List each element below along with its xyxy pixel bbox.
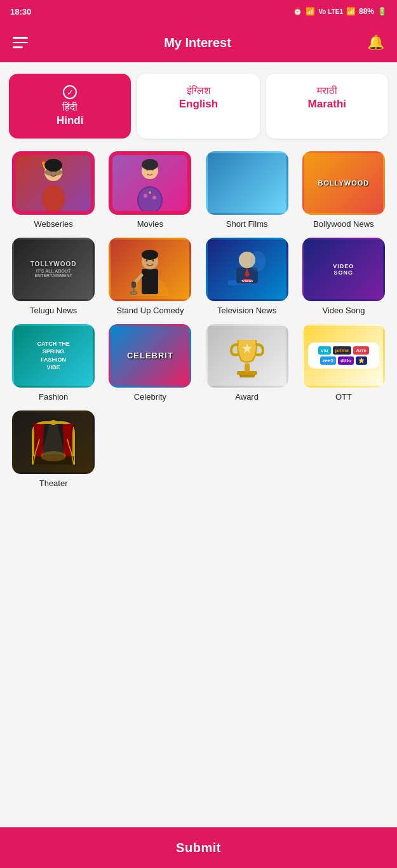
interest-award[interactable]: Award [203,324,292,403]
ott-thumb: viu prime Arre zee5 ditto ⭐ [302,324,385,388]
status-icons: ⏰ 📶 Vo LTE1 📶 88% 🔋 [293,7,387,16]
interest-bollywood[interactable]: BOLLYWOOD Bollywood News [299,151,388,230]
battery-level: 88% [359,7,374,16]
lang-card-marathi[interactable]: मराठी Marathi [266,74,388,139]
svg-rect-22 [142,269,158,294]
ditto-logo: ditto [338,356,354,365]
svg-point-16 [149,191,151,194]
svg-point-2 [42,185,65,212]
interest-theater[interactable]: Theater [9,410,98,489]
notification-bell-icon[interactable]: 🔔 [367,34,384,51]
bottom-spacer [0,496,397,546]
award-trophy-image [228,330,266,381]
language-selector: ✓ हिंदी Hindi इंग्लिश English मराठी Mara… [0,62,397,145]
videosong-thumb: VIDEOSONG [302,238,385,301]
award-label: Award [235,392,259,403]
english-native-label: इंग्लिश [145,85,252,97]
interest-webseries[interactable]: Webseries [9,151,98,230]
submit-button[interactable]: Submit [176,841,221,855]
telugu-label: Telugu News [30,306,77,316]
marathi-native-label: मराठी [274,85,380,97]
menu-button[interactable] [13,37,28,48]
svg-point-15 [152,196,156,200]
movies-thumb [109,151,191,215]
interest-tvnews[interactable]: TV NEWS Television News [203,238,292,316]
shortfilms-label: Short Films [226,219,268,230]
zee5-logo: zee5 [320,356,336,365]
tvnews-label: Television News [217,306,276,316]
svg-point-9 [44,168,62,176]
celebrity-label: Celebrity [134,392,166,403]
movies-label: Movies [137,219,163,230]
tvnews-thumb: TV NEWS [206,238,288,301]
prime-logo: prime [333,346,352,355]
viu-logo: viu [318,346,331,355]
svg-point-26 [152,260,154,262]
hindi-native-label: हिंदी [17,102,123,113]
interest-videosong[interactable]: VIDEOSONG Video Song [299,238,388,316]
hindi-english-label: Hindi [17,114,123,127]
interest-movies[interactable]: Movies [105,151,194,230]
arre-logo: Arre [353,346,368,355]
fashion-thumb: CATCH THESPRINGFASHIONVIBE [12,324,95,388]
shortfilms-thumb [206,151,288,215]
bollywood-text: BOLLYWOOD [318,179,370,187]
interest-grid: Webseries [9,151,388,489]
standup-label: Stand Up Comedy [116,306,184,316]
status-bar: 18:30 ⏰ 📶 Vo LTE1 📶 88% 🔋 [0,0,397,23]
svg-point-25 [146,260,148,262]
marathi-english-label: Marathi [274,98,380,111]
telugu-thumb: TOLLYWOOD IT'S ALL ABOUT ENTERTAINMENT [12,238,95,301]
theater-label: Theater [39,478,68,489]
interest-fashion[interactable]: CATCH THESPRINGFASHIONVIBE Fashion [9,324,98,403]
celeb-text: CELEBRIT [127,351,173,360]
webseries-image [30,154,77,212]
fashion-label: Fashion [39,392,68,403]
lang-card-hindi[interactable]: ✓ हिंदी Hindi [9,74,131,139]
svg-point-39 [250,251,266,271]
videosong-text: VIDEOSONG [333,263,354,276]
fashion-text: CATCH THESPRINGFASHIONVIBE [37,340,69,372]
interest-telugu[interactable]: TOLLYWOOD IT'S ALL ABOUT ENTERTAINMENT T… [9,238,98,316]
battery-icon: 🔋 [377,7,387,16]
interests-section: Webseries [0,145,397,496]
svg-text:TV NEWS: TV NEWS [241,280,253,283]
movies-image [126,154,174,212]
ott-label: OTT [335,392,352,403]
bollywood-label: Bollywood News [313,219,373,230]
lang-card-english[interactable]: इंग्लिश English [137,74,259,139]
standup-image [128,242,172,296]
signal-icon: 📶 [346,7,356,16]
alarm-icon: ⏰ [293,7,302,16]
theater-thumb [12,410,95,474]
hotstar-logo: ⭐ [356,356,367,365]
award-thumb [206,324,288,388]
wifi-icon: 📶 [306,7,315,16]
tvnews-image: TV NEWS [225,242,269,296]
status-time: 18:30 [10,7,31,17]
bollywood-thumb: BOLLYWOOD [302,151,385,215]
ott-logos-block: viu prime Arre zee5 ditto ⭐ [308,342,379,369]
lte-icon: Vo LTE1 [318,8,343,15]
page-title: My Interest [164,36,231,50]
theater-image [28,417,79,468]
celebrity-thumb: CELEBRIT [109,324,191,388]
svg-rect-43 [245,363,250,372]
interest-standup[interactable]: Stand Up Comedy [105,238,194,316]
hindi-check-icon: ✓ [63,85,77,99]
webseries-label: Webseries [34,219,73,230]
app-header: My Interest 🔔 [0,23,397,62]
submit-bar[interactable]: Submit [0,827,397,868]
standup-thumb [109,238,191,301]
videosong-label: Video Song [322,306,365,316]
english-english-label: English [145,98,252,111]
svg-point-19 [142,159,158,170]
interest-ott[interactable]: viu prime Arre zee5 ditto ⭐ OTT [299,324,388,403]
interest-shortfilms[interactable]: Short Films [203,151,292,230]
svg-rect-28 [131,281,136,288]
webseries-thumb [12,151,95,215]
svg-point-14 [144,194,147,198]
svg-point-24 [142,250,158,260]
tollywood-text-block: TOLLYWOOD IT'S ALL ABOUT ENTERTAINMENT [14,257,93,281]
interest-celebrity[interactable]: CELEBRIT Celebrity [105,324,194,403]
